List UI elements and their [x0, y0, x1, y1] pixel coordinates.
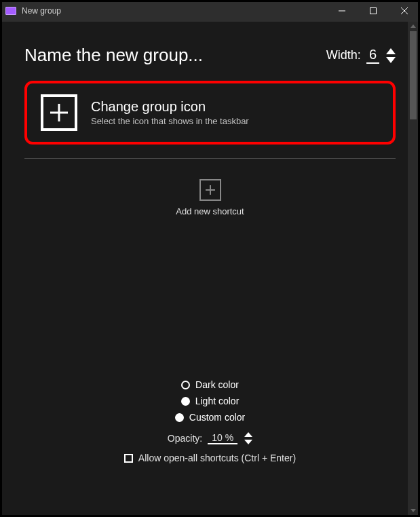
window-title: New group: [22, 6, 326, 16]
opacity-increase-button[interactable]: [244, 432, 252, 437]
plus-icon: [205, 185, 216, 195]
app-icon: [5, 7, 16, 15]
add-shortcut-icon-box: [199, 179, 221, 201]
maximize-button[interactable]: [358, 0, 389, 22]
svg-rect-1: [370, 8, 377, 14]
add-shortcut-button[interactable]: Add new shortcut: [24, 179, 396, 216]
add-shortcut-label: Add new shortcut: [176, 206, 244, 216]
change-icon-subtitle: Select the icon that shows in the taskba…: [91, 116, 249, 126]
header-row: Width: 6: [24, 35, 396, 66]
radio-icon: [175, 413, 184, 422]
custom-color-label: Custom color: [189, 412, 245, 423]
group-icon-preview: [41, 94, 77, 131]
light-color-label: Light color: [195, 396, 240, 406]
allow-open-all-checkbox[interactable]: Allow open-all shortcuts (Ctrl + Enter): [24, 453, 396, 463]
opacity-label: Opacity:: [168, 433, 202, 444]
width-spinner: [386, 48, 396, 63]
allow-open-all-label: Allow open-all shortcuts (Ctrl + Enter): [138, 453, 296, 463]
dark-color-radio[interactable]: Dark color: [181, 379, 239, 390]
radio-icon: [181, 381, 190, 389]
change-icon-card[interactable]: Change group icon Select the icon that s…: [24, 81, 396, 145]
width-value[interactable]: 6: [366, 47, 379, 64]
opacity-spinner: [244, 432, 252, 444]
titlebar: New group: [0, 0, 420, 22]
scroll-down-icon[interactable]: [411, 509, 416, 512]
width-label: Width:: [326, 48, 361, 62]
content-area: Width: 6 Change group icon Select the ic…: [0, 22, 420, 517]
scroll-up-icon[interactable]: [411, 24, 416, 28]
minimize-button[interactable]: [326, 0, 358, 22]
group-name-input[interactable]: [24, 45, 242, 66]
width-increase-button[interactable]: [386, 48, 396, 54]
checkbox-icon: [124, 454, 133, 463]
width-decrease-button[interactable]: [386, 57, 396, 63]
window-controls: [326, 0, 420, 22]
opacity-decrease-button[interactable]: [244, 440, 252, 444]
change-icon-title: Change group icon: [91, 99, 249, 115]
change-icon-text: Change group icon Select the icon that s…: [91, 99, 249, 126]
color-options: Dark color Light color Custom color: [24, 379, 396, 423]
vertical-scrollbar[interactable]: [408, 22, 418, 515]
opacity-value[interactable]: 10 %: [208, 432, 237, 444]
custom-color-radio[interactable]: Custom color: [175, 412, 245, 423]
divider: [24, 158, 396, 159]
opacity-control: Opacity: 10 %: [24, 432, 396, 444]
light-color-radio[interactable]: Light color: [181, 396, 240, 406]
close-button[interactable]: [389, 0, 420, 22]
plus-icon: [49, 102, 69, 123]
radio-icon: [181, 397, 190, 406]
width-control: Width: 6: [326, 47, 396, 64]
dark-color-label: Dark color: [195, 379, 239, 390]
scrollbar-thumb[interactable]: [410, 31, 417, 119]
